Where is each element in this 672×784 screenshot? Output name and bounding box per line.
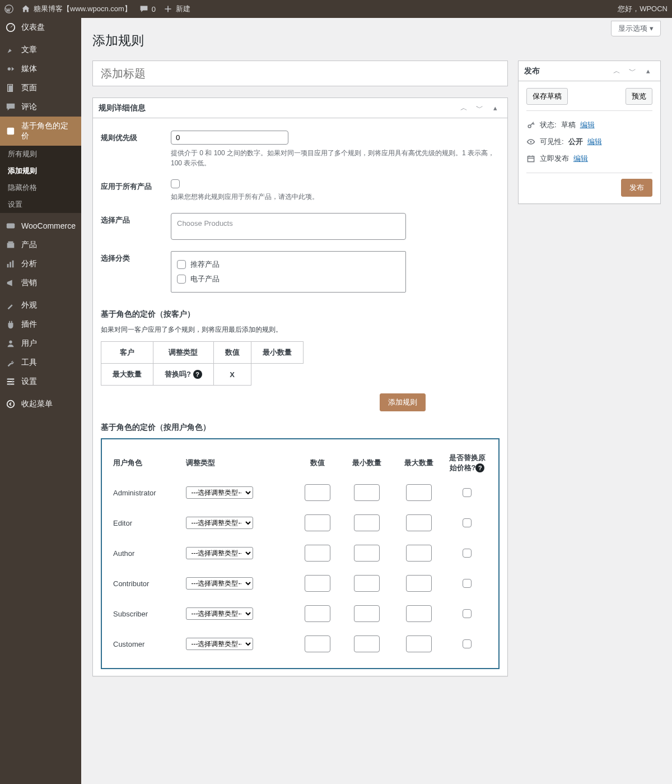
replace-checkbox[interactable] — [463, 579, 472, 588]
minqty-input[interactable] — [354, 635, 380, 652]
wrench-icon — [6, 358, 16, 368]
adjust-type-select[interactable]: ---选择调整类型--- — [186, 577, 253, 590]
replace-checkbox[interactable] — [463, 488, 472, 497]
menu-collapse[interactable]: 收起菜单 — [0, 395, 81, 414]
details-box-title: 规则详细信息 — [99, 103, 146, 113]
order-down-icon[interactable]: ﹀ — [473, 101, 486, 115]
collapse-icon — [6, 399, 16, 409]
col-r-adjtype: 调整类型 — [184, 448, 294, 477]
toggle-box-icon[interactable]: ▴ — [488, 101, 502, 115]
sub-add-rule[interactable]: 添加规则 — [0, 163, 81, 179]
menu-appearance[interactable]: 外观 — [0, 296, 81, 315]
priority-input[interactable] — [171, 131, 288, 145]
menu-dashboard[interactable]: 仪表盘 — [0, 18, 81, 37]
value-input[interactable] — [305, 545, 330, 562]
menu-products[interactable]: 产品 — [0, 235, 81, 254]
site-home[interactable]: 糖果博客【www.wpocn.com】 — [21, 4, 132, 14]
new-content[interactable]: 新建 — [164, 4, 190, 14]
minqty-input[interactable] — [354, 605, 380, 622]
value-input[interactable] — [305, 575, 330, 592]
by-customer-heading: 基于角色的定价（按客户） — [101, 309, 500, 319]
col-remove: X — [213, 364, 251, 386]
minqty-input[interactable] — [354, 575, 380, 592]
maxqty-input[interactable] — [406, 605, 432, 622]
save-draft-button[interactable]: 保存草稿 — [526, 88, 568, 105]
menu-comments[interactable]: 评论 — [0, 98, 81, 117]
edit-status-link[interactable]: 编辑 — [580, 120, 595, 130]
add-customer-rule-button[interactable]: 添加规则 — [380, 393, 426, 411]
comments-count[interactable]: 0 — [139, 4, 156, 13]
preview-button[interactable]: 预览 — [626, 88, 652, 105]
status-label: 状态: — [540, 120, 557, 130]
sub-hide-price[interactable]: 隐藏价格 — [0, 179, 81, 196]
menu-tools[interactable]: 工具 — [0, 353, 81, 372]
menu-posts[interactable]: 文章 — [0, 40, 81, 59]
col-adjtype: 调整类型 — [153, 342, 214, 364]
maxqty-input[interactable] — [406, 575, 432, 592]
maxqty-input[interactable] — [406, 514, 432, 531]
allprod-label: 应用于所有产品 — [101, 179, 165, 202]
user-greeting[interactable]: 您好，WPOCN — [618, 4, 668, 14]
adjust-type-select[interactable]: ---选择调整类型--- — [186, 638, 253, 650]
megaphone-icon — [6, 278, 16, 288]
publish-box-title: 发布 — [524, 66, 540, 76]
screen-options-toggle[interactable]: 显示选项 ▾ — [611, 21, 661, 36]
role-pricing-icon — [6, 126, 16, 136]
sub-all-rules[interactable]: 所有规则 — [0, 146, 81, 163]
col-r-value: 数值 — [295, 448, 341, 477]
replace-checkbox[interactable] — [463, 609, 472, 618]
adjust-type-select[interactable]: ---选择调整类型--- — [186, 517, 253, 529]
minqty-input[interactable] — [354, 545, 380, 562]
edit-visibility-link[interactable]: 编辑 — [587, 137, 602, 147]
cat-electronics-checkbox[interactable] — [177, 275, 186, 284]
choose-products-select[interactable]: Choose Products — [171, 213, 406, 240]
publish-button[interactable]: 发布 — [621, 179, 652, 197]
svg-point-12 — [9, 341, 12, 344]
order-down-icon[interactable]: ﹀ — [626, 64, 639, 78]
value-input[interactable] — [305, 484, 330, 501]
role-name: Customer — [111, 629, 184, 659]
menu-plugins[interactable]: 插件 — [0, 315, 81, 334]
order-up-icon[interactable]: ︿ — [610, 64, 623, 78]
value-input[interactable] — [305, 514, 330, 531]
plus-icon — [164, 4, 172, 13]
adjust-type-select[interactable]: ---选择调整类型--- — [186, 486, 253, 499]
col-customer: 客户 — [101, 342, 153, 364]
menu-media[interactable]: 媒体 — [0, 59, 81, 78]
replace-checkbox[interactable] — [463, 518, 472, 527]
maxqty-input[interactable] — [406, 635, 432, 652]
cat-featured-checkbox[interactable] — [177, 260, 186, 269]
role-name: Administrator — [111, 477, 184, 508]
help-icon[interactable]: ? — [193, 370, 202, 379]
value-input[interactable] — [305, 635, 330, 652]
menu-marketing[interactable]: 营销 — [0, 273, 81, 293]
sub-settings[interactable]: 设置 — [0, 196, 81, 213]
adjust-type-select[interactable]: ---选择调整类型--- — [186, 607, 253, 620]
adjust-type-select[interactable]: ---选择调整类型--- — [186, 547, 253, 559]
rule-title-input[interactable] — [92, 61, 508, 86]
toggle-box-icon[interactable]: ▴ — [641, 64, 655, 78]
wp-logo[interactable] — [4, 4, 13, 13]
minqty-input[interactable] — [354, 484, 380, 501]
cat-electronics-label: 电子产品 — [190, 274, 220, 284]
svg-rect-4 — [8, 86, 12, 92]
admin-menu: 仪表盘 文章 媒体 页面 评论 基于角色的定价 所有规则 添加规则 隐藏价格 设… — [0, 18, 81, 784]
role-row: Customer---选择调整类型--- — [111, 629, 489, 659]
order-up-icon[interactable]: ︿ — [457, 101, 470, 115]
menu-analytics[interactable]: 分析 — [0, 254, 81, 273]
edit-schedule-link[interactable]: 编辑 — [573, 154, 588, 164]
menu-users[interactable]: 用户 — [0, 334, 81, 353]
plug-icon — [6, 319, 16, 330]
menu-role-pricing[interactable]: 基于角色的定价 — [0, 117, 81, 146]
menu-settings[interactable]: 设置 — [0, 372, 81, 391]
menu-pages[interactable]: 页面 — [0, 78, 81, 98]
replace-checkbox[interactable] — [463, 639, 472, 648]
maxqty-input[interactable] — [406, 545, 432, 562]
value-input[interactable] — [305, 605, 330, 622]
allprod-checkbox[interactable] — [171, 179, 180, 188]
minqty-input[interactable] — [354, 514, 380, 531]
help-icon[interactable]: ? — [475, 463, 484, 472]
replace-checkbox[interactable] — [463, 549, 472, 558]
menu-woocommerce[interactable]: WooCommerce — [0, 216, 81, 235]
maxqty-input[interactable] — [406, 484, 432, 501]
